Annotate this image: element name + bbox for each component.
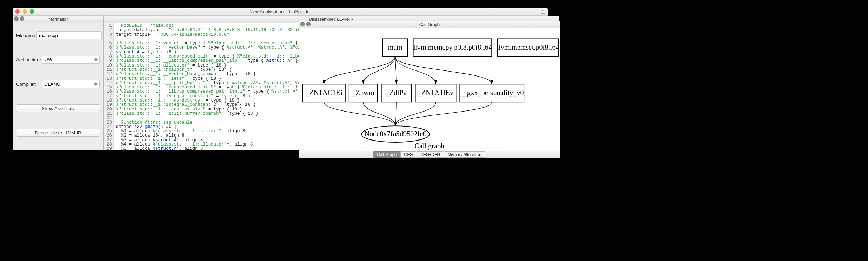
- graph-edge: [324, 56, 395, 84]
- info-panel: Information Filename: Architecture: x86 …: [13, 16, 104, 150]
- graph-edge: [395, 56, 492, 84]
- show-assembly-button[interactable]: Show Assembly: [16, 104, 100, 112]
- graph-tabs: Call GraphCFGCFG+DFGMemory Allocation: [299, 151, 560, 158]
- traffic-lights: [15, 9, 34, 14]
- panel-close-icon[interactable]: [14, 16, 19, 21]
- graph-tab-cfg-dfg[interactable]: CFG+DFG: [417, 151, 444, 158]
- graph-edge: [363, 102, 396, 126]
- graph-node-label: _ZN1A1fEv: [417, 89, 453, 97]
- graph-panel: Call Graph mainllvm.memcpy.p0i8.p0i8.i64…: [299, 21, 560, 158]
- graph-edge: [396, 102, 492, 126]
- titlebar: New Analysation – binSpector: [13, 8, 548, 16]
- graph-caption: Call graph: [415, 142, 445, 150]
- graph-header-label: Call Graph: [419, 22, 440, 27]
- graph-tab-call-graph[interactable]: Call Graph: [373, 151, 401, 158]
- graph-node-label: llvm.memset.p0i8.i64: [497, 43, 559, 51]
- graph-node-label: main: [388, 43, 402, 51]
- graph-edge: [395, 56, 436, 84]
- graph-node-label: _ZN1AC1Ei: [305, 89, 343, 97]
- info-header-label: Information: [47, 17, 69, 22]
- graph-body[interactable]: mainllvm.memcpy.p0i8.p0i8.i64llvm.memset…: [299, 28, 560, 151]
- graph-edge: [396, 102, 436, 126]
- graph-panel-header: Call Graph: [299, 21, 560, 28]
- graph-node-label: Node0x7fa5d9502fc0: [364, 130, 427, 138]
- panel-detach-icon[interactable]: [306, 22, 311, 26]
- graph-tab-memory-allocation[interactable]: Memory Allocation: [444, 151, 485, 158]
- architecture-select[interactable]: x86: [42, 56, 100, 64]
- graph-edge: [363, 56, 395, 84]
- info-panel-header: Information: [13, 16, 103, 23]
- minimize-icon[interactable]: [23, 9, 27, 14]
- graph-node-label: _Znwm: [352, 89, 375, 97]
- graph-node-label: __gxx_personality_v0: [460, 89, 524, 97]
- graph-edge: [324, 102, 396, 126]
- filename-input[interactable]: [36, 31, 102, 39]
- line-gutter: 1 2 3 4 5 6 7 8 9 10 11 12 13 14 15 16 1…: [104, 23, 114, 150]
- graph-edge: [396, 102, 396, 126]
- window-title: New Analysation – binSpector: [249, 9, 311, 14]
- zoom-icon[interactable]: [30, 9, 34, 14]
- maximize-icon[interactable]: [541, 9, 546, 14]
- panel-close-icon[interactable]: [300, 22, 305, 26]
- decompile-button[interactable]: Decompile to LLVM-IR: [16, 129, 100, 137]
- graph-node-label: llvm.memcpy.p0i8.p0i8.i64: [413, 43, 492, 51]
- graph-tab-cfg[interactable]: CFG: [400, 151, 417, 158]
- close-icon[interactable]: [15, 9, 20, 14]
- app-window: New Analysation – binSpector Information…: [13, 8, 548, 150]
- panel-detach-icon[interactable]: [20, 16, 24, 21]
- compiler-select[interactable]: CLANG: [42, 80, 100, 88]
- graph-node-label: _ZdlPv: [386, 89, 407, 97]
- filename-label: Filename:: [16, 33, 36, 38]
- graph-edge: [395, 56, 396, 84]
- architecture-label: Architecture:: [16, 57, 42, 63]
- compiler-label: Compiler:: [16, 82, 42, 87]
- call-graph-svg[interactable]: mainllvm.memcpy.p0i8.p0i8.i64llvm.memset…: [299, 28, 560, 151]
